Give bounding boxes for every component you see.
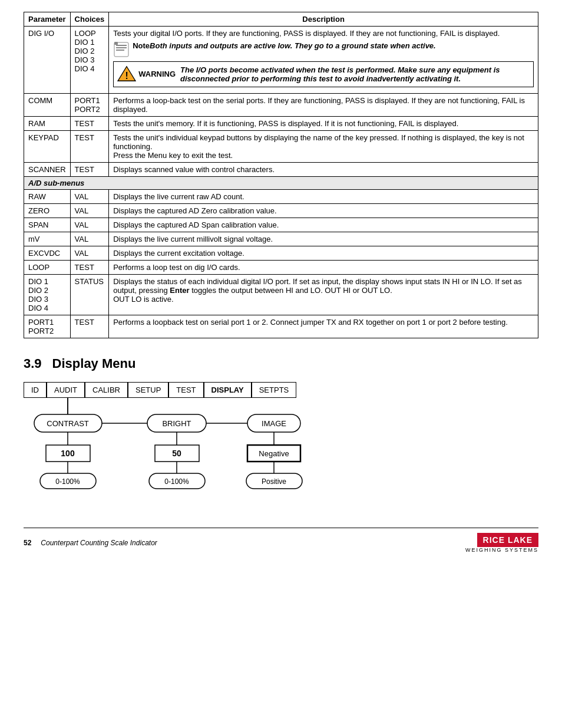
table-row: DIG I/O LOOPDIO 1DIO 2DIO 3DIO 4 Tests y… bbox=[24, 27, 538, 94]
table-row: mV VAL Displays the live current millivo… bbox=[24, 232, 538, 246]
choices-cell: VAL bbox=[70, 190, 109, 204]
desc-cell: Displays the status of each individual d… bbox=[109, 275, 538, 315]
param-cell: EXCVDC bbox=[24, 246, 71, 261]
svg-rect-4 bbox=[114, 42, 118, 45]
range2-label: 0-100% bbox=[164, 477, 189, 486]
main-table: Parameter Choices Description DIG I/O LO… bbox=[24, 12, 538, 338]
desc-cell: Displays the live current raw AD count. bbox=[109, 190, 538, 204]
desc-cell: Performs a loopback test on serial port … bbox=[109, 315, 538, 338]
svg-rect-3 bbox=[116, 50, 124, 51]
choices-cell: TEST bbox=[70, 261, 109, 275]
col-header-description: Description bbox=[109, 12, 538, 27]
choices-cell: VAL bbox=[70, 218, 109, 232]
table-row: KEYPAD TEST Tests the unit's individual … bbox=[24, 131, 538, 163]
param-cell: DIO 1DIO 2DIO 3DIO 4 bbox=[24, 275, 71, 315]
logo-text: RICE LAKE bbox=[477, 533, 538, 547]
param-cell: COMM bbox=[24, 94, 71, 117]
note-box: NoteBoth inputs and outputs are active l… bbox=[113, 41, 534, 58]
menu-bar: ID AUDIT CALIBR SETUP TEST DISPLAY SETPT… bbox=[24, 382, 538, 398]
table-row: RAM TEST Tests the unit's memory. If it … bbox=[24, 117, 538, 131]
subheader-label: A/D sub-menus bbox=[24, 177, 538, 190]
desc-cell: Displays the captured AD Zero calibratio… bbox=[109, 204, 538, 218]
svg-text:!: ! bbox=[125, 71, 128, 81]
table-row: ZERO VAL Displays the captured AD Zero c… bbox=[24, 204, 538, 218]
desc-cell: Displays the current excitation voltage. bbox=[109, 246, 538, 261]
section-title: Display Menu bbox=[52, 356, 136, 371]
table-row: LOOP TEST Performs a loop test on dig I/… bbox=[24, 261, 538, 275]
warning-text: The I/O ports become activated when the … bbox=[180, 65, 530, 83]
section-number: 3.9 bbox=[24, 356, 42, 371]
param-cell: SCANNER bbox=[24, 163, 71, 177]
table-row: SCANNER TEST Displays scanned value with… bbox=[24, 163, 538, 177]
choices-cell: TEST bbox=[70, 131, 109, 163]
warning-triangle-icon: ! bbox=[117, 65, 136, 82]
note-text: NoteBoth inputs and outputs are active l… bbox=[133, 41, 436, 50]
param-cell: KEYPAD bbox=[24, 131, 71, 163]
param-cell: RAW bbox=[24, 190, 71, 204]
table-row: SPAN VAL Displays the captured AD Span c… bbox=[24, 218, 538, 232]
col-header-choices: Choices bbox=[70, 12, 109, 27]
menu-bar-item-audit: AUDIT bbox=[47, 382, 85, 398]
table-row: PORT1PORT2 TEST Performs a loopback test… bbox=[24, 315, 538, 338]
choices-cell: TEST bbox=[70, 315, 109, 338]
param-cell: RAM bbox=[24, 117, 71, 131]
desc-cell: Displays the live current millivolt sign… bbox=[109, 232, 538, 246]
val100-label: 100 bbox=[61, 449, 75, 458]
footer: 52 Counterpart Counting Scale Indicator … bbox=[24, 528, 538, 553]
image-label: IMAGE bbox=[262, 419, 286, 428]
table-row: COMM PORT1PORT2 Performs a loop-back tes… bbox=[24, 94, 538, 117]
desc-cell: Performs a loop test on dig I/O cards. bbox=[109, 261, 538, 275]
desc-cell: Performs a loop-back test on the serial … bbox=[109, 94, 538, 117]
param-cell: mV bbox=[24, 232, 71, 246]
param-cell: SPAN bbox=[24, 218, 71, 232]
param-cell: LOOP bbox=[24, 261, 71, 275]
menu-bar-item-test: TEST bbox=[168, 382, 203, 398]
menu-diagram: ID AUDIT CALIBR SETUP TEST DISPLAY SETPT… bbox=[24, 382, 538, 504]
table-row: RAW VAL Displays the live current raw AD… bbox=[24, 190, 538, 204]
svg-rect-2 bbox=[116, 47, 127, 48]
menu-bar-item-calibr: CALIBR bbox=[85, 382, 128, 398]
choices-cell: VAL bbox=[70, 246, 109, 261]
desc-cell: Tests your digital I/O ports. If they ar… bbox=[109, 27, 538, 94]
table-row: DIO 1DIO 2DIO 3DIO 4 STATUS Displays the… bbox=[24, 275, 538, 315]
desc-cell: Tests the unit's individual keypad butto… bbox=[109, 131, 538, 163]
note-icon bbox=[113, 41, 130, 58]
logo-sub: WEIGHING SYSTEMS bbox=[465, 547, 538, 553]
choices-cell: STATUS bbox=[70, 275, 109, 315]
choices-cell: TEST bbox=[70, 117, 109, 131]
footer-logo: RICE LAKE WEIGHING SYSTEMS bbox=[465, 533, 538, 553]
contrast-label: CONTRAST bbox=[47, 419, 89, 428]
range1-label: 0-100% bbox=[55, 477, 80, 486]
warning-icon-wrap: ! WARNING bbox=[117, 65, 176, 82]
choices-cell: LOOPDIO 1DIO 2DIO 3DIO 4 bbox=[70, 27, 109, 94]
positive-label: Positive bbox=[262, 477, 286, 486]
section-heading: 3.9 Display Menu bbox=[24, 356, 538, 371]
svg-rect-1 bbox=[116, 45, 127, 46]
desc-cell: Displays scanned value with control char… bbox=[109, 163, 538, 177]
choices-cell: TEST bbox=[70, 163, 109, 177]
negative-label: Negative bbox=[259, 449, 289, 458]
choices-cell: VAL bbox=[70, 204, 109, 218]
val50-label: 50 bbox=[172, 449, 181, 458]
choices-cell: VAL bbox=[70, 232, 109, 246]
footer-subtitle: Counterpart Counting Scale Indicator bbox=[41, 539, 157, 547]
subheader-row: A/D sub-menus bbox=[24, 177, 538, 190]
param-cell: PORT1PORT2 bbox=[24, 315, 71, 338]
param-cell: DIG I/O bbox=[24, 27, 71, 94]
param-cell: ZERO bbox=[24, 204, 71, 218]
warning-box: ! WARNING The I/O ports become activated… bbox=[113, 61, 534, 87]
menu-bar-item-id: ID bbox=[24, 382, 47, 398]
col-header-parameter: Parameter bbox=[24, 12, 71, 27]
diagram-svg-wrap: CONTRAST BRIGHT IMAGE 100 0-100% bbox=[24, 398, 538, 504]
menu-bar-item-setup: SETUP bbox=[128, 382, 168, 398]
warning-label: WARNING bbox=[138, 70, 176, 78]
menu-bar-item-display: DISPLAY bbox=[204, 382, 252, 398]
bright-label: BRIGHT bbox=[162, 419, 191, 428]
menu-bar-item-setpts: SETPTS bbox=[252, 382, 297, 398]
choices-cell: PORT1PORT2 bbox=[70, 94, 109, 117]
footer-page-number: 52 bbox=[24, 539, 31, 547]
table-row: EXCVDC VAL Displays the current excitati… bbox=[24, 246, 538, 261]
desc-cell: Tests the unit's memory. If it is functi… bbox=[109, 117, 538, 131]
desc-cell: Displays the captured AD Span calibratio… bbox=[109, 218, 538, 232]
diagram-svg: CONTRAST BRIGHT IMAGE 100 0-100% bbox=[24, 398, 536, 501]
